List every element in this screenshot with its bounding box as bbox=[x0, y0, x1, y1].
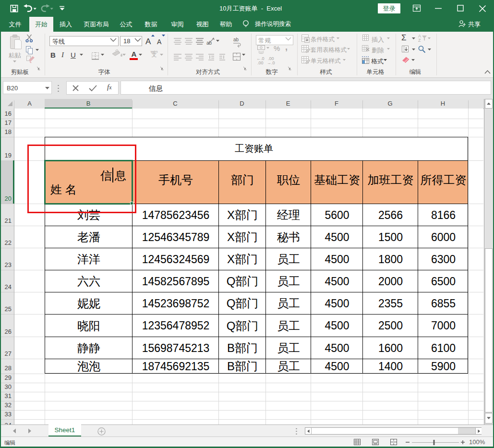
svg-text:Z: Z bbox=[418, 38, 421, 43]
svg-text:A: A bbox=[157, 38, 162, 46]
svg-text:.00: .00 bbox=[257, 61, 264, 65]
svg-text:→.0: →.0 bbox=[267, 61, 275, 65]
svg-text:A: A bbox=[145, 37, 151, 46]
svg-text:ab: ab bbox=[233, 37, 239, 42]
svg-text:ab: ab bbox=[206, 40, 212, 46]
